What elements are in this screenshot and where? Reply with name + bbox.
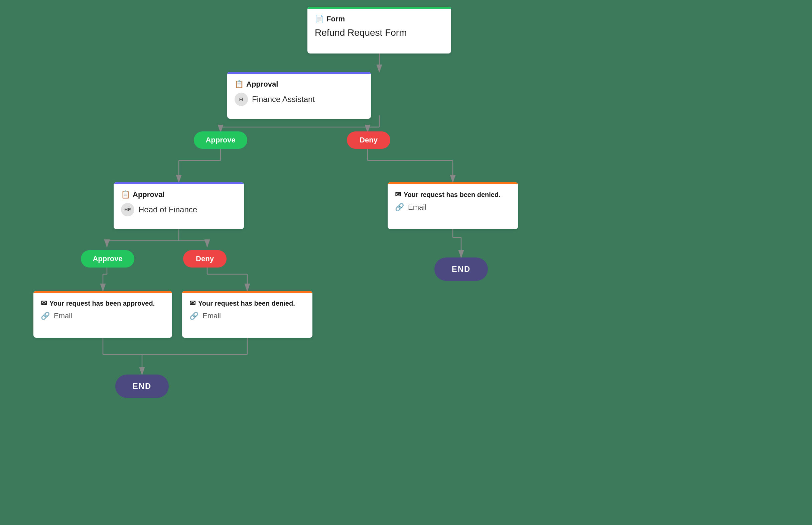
denied2-email-icon: ✉: [189, 299, 196, 308]
approval1-assignee: FI Finance Assistant: [235, 93, 363, 106]
denied1-card[interactable]: ✉ Your request has been denied. 🔗 Email: [388, 182, 518, 229]
approval1-icon: 📋: [235, 80, 244, 89]
approval2-assignee-name: Head of Finance: [138, 205, 197, 214]
approval1-type-label: 📋 Approval: [235, 80, 363, 89]
denied1-email-row: 🔗 Email: [395, 203, 511, 212]
approval2-assignee: HE Head of Finance: [121, 203, 237, 216]
denied1-link-icon: 🔗: [395, 203, 404, 212]
approve-badge-1[interactable]: Approve: [194, 131, 247, 149]
form-card[interactable]: 📄 Form Refund Request Form: [308, 7, 451, 54]
deny-badge-2[interactable]: Deny: [183, 250, 227, 268]
denied2-card[interactable]: ✉ Your request has been denied. 🔗 Email: [182, 291, 312, 338]
end-node-2[interactable]: END: [115, 375, 169, 398]
approval2-avatar: HE: [121, 203, 134, 216]
denied1-email-icon: ✉: [395, 190, 401, 199]
approval2-icon: 📋: [121, 190, 130, 199]
end-node-1[interactable]: END: [434, 257, 488, 281]
deny-badge-1[interactable]: Deny: [347, 131, 390, 149]
flowchart: 📄 Form Refund Request Form 📋 Approval FI…: [0, 0, 812, 525]
form-title: Refund Request Form: [315, 27, 444, 38]
approve-badge-2[interactable]: Approve: [81, 250, 134, 268]
approval1-avatar: FI: [235, 93, 248, 106]
approval2-type-label: 📋 Approval: [121, 190, 237, 199]
denied2-link-icon: 🔗: [189, 312, 199, 320]
approved-link-icon: 🔗: [41, 312, 50, 320]
approved-subject: ✉ Your request has been approved.: [41, 299, 165, 308]
denied1-subject: ✉ Your request has been denied.: [395, 190, 511, 199]
approval2-card[interactable]: 📋 Approval HE Head of Finance: [114, 182, 244, 229]
approval1-card[interactable]: 📋 Approval FI Finance Assistant: [227, 72, 371, 119]
denied2-subject: ✉ Your request has been denied.: [189, 299, 305, 308]
approval1-assignee-name: Finance Assistant: [252, 95, 315, 104]
approved-email-icon: ✉: [41, 299, 47, 308]
form-icon: 📄: [315, 15, 324, 24]
approved-email-row: 🔗 Email: [41, 312, 165, 320]
approved-card[interactable]: ✉ Your request has been approved. 🔗 Emai…: [33, 291, 172, 338]
denied2-email-row: 🔗 Email: [189, 312, 305, 320]
form-type-label: 📄 Form: [315, 15, 444, 24]
